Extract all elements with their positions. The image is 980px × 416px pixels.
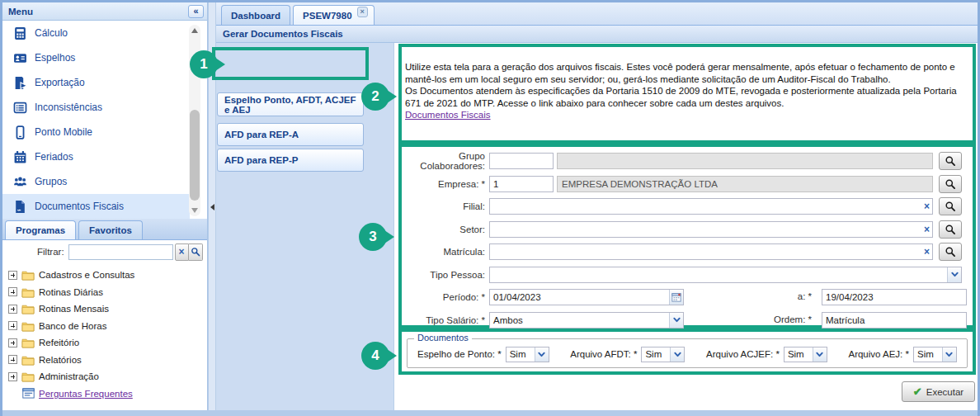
arquivo-acjef-select[interactable]: Sim: [784, 347, 827, 362]
tree-item-relatorios[interactable]: Relatórios: [2, 352, 207, 369]
tree-item-rotinas-mensais[interactable]: Rotinas Mensais: [2, 300, 207, 318]
chevron-down-icon[interactable]: [942, 347, 956, 362]
annotation-marker-3: 3: [359, 223, 387, 251]
filter-clear-button[interactable]: ×: [175, 243, 189, 261]
expand-plus-icon[interactable]: [8, 355, 17, 364]
grupo-label: Grupo Colaboradores:: [402, 151, 489, 171]
faq-link[interactable]: Perguntas Frequentes: [39, 389, 133, 399]
espelho-de-ponto-select[interactable]: Sim: [506, 347, 549, 362]
scroll-down-icon[interactable]: [191, 208, 198, 213]
chevron-down-icon[interactable]: [669, 313, 683, 328]
intro-paragraph-1: Utilize esta tela para a geração dos arq…: [405, 62, 955, 84]
mobile-icon: [13, 125, 27, 139]
sidebar: Menu « Cálculo Espelhos Exportação Incon…: [2, 2, 208, 410]
export-icon: [13, 76, 27, 90]
sidebar-item-grupos[interactable]: Grupos: [2, 169, 190, 194]
chevron-down-icon[interactable]: [670, 347, 684, 362]
setor-search-button[interactable]: [939, 220, 962, 239]
tipo-salario-value: Ambos: [490, 313, 669, 328]
grupo-search-button[interactable]: [939, 152, 962, 170]
tipo-salario-select[interactable]: Ambos: [489, 312, 684, 329]
sidebar-item-feriados[interactable]: Feriados: [2, 144, 190, 169]
sidebar-item-label: Inconsistências: [35, 102, 102, 113]
tree-item-administracao[interactable]: Administração: [2, 368, 207, 385]
sidebar-item-espelhos[interactable]: Espelhos: [2, 45, 190, 70]
expand-plus-icon[interactable]: [8, 321, 17, 330]
expand-plus-icon[interactable]: [8, 305, 17, 314]
nav-afd-rep-p[interactable]: AFD para REP-P: [217, 149, 364, 172]
expand-plus-icon[interactable]: [8, 271, 17, 280]
nav-afd-rep-a[interactable]: AFD para REP-A: [217, 123, 364, 146]
nav-label: AFD para REP-A: [224, 130, 299, 139]
faq-form-icon: [22, 388, 35, 399]
tipo-salario-label: Tipo Salário: *: [402, 315, 489, 325]
tab-favoritos[interactable]: Favoritos: [78, 220, 143, 239]
setor-input[interactable]: [490, 222, 932, 237]
collapse-left-icon[interactable]: [210, 204, 214, 210]
tab-psew7980[interactable]: PSEW7980 ×: [293, 5, 374, 25]
clear-icon[interactable]: ×: [924, 246, 930, 258]
sidebar-item-inconsistencias[interactable]: Inconsistências: [2, 95, 190, 120]
chevron-down-icon[interactable]: [535, 347, 549, 362]
sidebar-collapse-button[interactable]: «: [188, 5, 204, 18]
clear-icon[interactable]: ×: [924, 201, 930, 212]
tree-item-banco-de-horas[interactable]: Banco de Horas: [2, 318, 207, 335]
matricula-search-button[interactable]: [939, 243, 962, 261]
arquivo-acjef-label: Arquivo ACJEF: *: [706, 349, 780, 359]
periodo-inicio-value: 01/04/2023: [490, 290, 669, 305]
tree-item-perguntas-frequentes[interactable]: Perguntas Frequentes: [2, 385, 207, 403]
tree-item-rotinas-diarias[interactable]: Rotinas Diárias: [2, 284, 207, 301]
calendar-picker-icon[interactable]: [669, 290, 683, 305]
espelho-de-ponto-value: Sim: [506, 347, 535, 362]
filial-input[interactable]: [490, 199, 932, 214]
id-card-icon: [13, 51, 27, 65]
expand-plus-icon[interactable]: [8, 338, 17, 347]
arquivo-afdt-select[interactable]: Sim: [641, 347, 685, 362]
nav-espelho-afdt-acjef-aej[interactable]: Espelho Ponto, AFDT, ACJEF e AEJ: [217, 92, 364, 116]
folder-icon: [21, 354, 35, 366]
tipo-pessoa-select[interactable]: [489, 267, 962, 283]
scrollbar-thumb[interactable]: [190, 110, 200, 201]
annotation-box-3-form: Grupo Colaboradores: Empresa: * EMPRESA …: [398, 144, 976, 329]
close-tab-icon[interactable]: ×: [357, 7, 368, 17]
periodo-inicio-datefield[interactable]: 01/04/2023: [489, 289, 684, 305]
tab-programas[interactable]: Programas: [5, 220, 76, 239]
scroll-up-icon[interactable]: [191, 28, 198, 33]
empresa-code-input[interactable]: [489, 176, 554, 192]
form-row-tipo-salario: Tipo Salário: * Ambos Ordem: * Matrícula: [402, 312, 973, 329]
arquivo-acjef-group: Arquivo ACJEF: * Sim: [706, 347, 827, 362]
tree-item-label: Cadastros e Consultas: [39, 270, 134, 280]
calendar-icon: [13, 150, 27, 164]
arquivo-aej-select[interactable]: Sim: [913, 347, 957, 362]
nav-label: AFD para REP-P: [224, 155, 298, 165]
tree-item-refeitorio[interactable]: Refeitório: [2, 334, 207, 352]
documentos-fiscais-link[interactable]: Documentos Fiscais: [405, 110, 491, 120]
sidebar-item-calculo[interactable]: Cálculo: [2, 21, 190, 45]
form-row-setor: Setor: ×: [402, 221, 973, 238]
filial-search-button[interactable]: [939, 197, 962, 215]
filter-input[interactable]: [68, 244, 173, 260]
sidebar-item-exportacao[interactable]: Exportação: [2, 70, 190, 95]
group-icon: [13, 175, 27, 189]
grupo-code-input[interactable]: [489, 153, 554, 169]
espelho-de-ponto-group: Espelho de Ponto: * Sim: [417, 347, 549, 362]
tab-dashboard[interactable]: Dashboard: [221, 5, 290, 25]
filter-search-button[interactable]: [189, 243, 203, 261]
sidebar-item-ponto-mobile[interactable]: Ponto Mobile: [2, 120, 190, 144]
expand-plus-icon[interactable]: [8, 372, 17, 381]
matricula-label: Matrícula:: [402, 247, 489, 257]
tree-item-cadastros[interactable]: Cadastros e Consultas: [2, 267, 207, 284]
clear-icon[interactable]: ×: [924, 224, 930, 235]
periodo-fim-input[interactable]: [822, 289, 967, 305]
sidebar-item-label: Cálculo: [35, 27, 68, 39]
expand-plus-icon[interactable]: [8, 287, 17, 296]
folder-icon: [21, 371, 35, 382]
sidebar-item-documentos-fiscais[interactable]: Documentos Fiscais: [2, 194, 190, 219]
chevron-down-icon[interactable]: [947, 267, 961, 282]
matricula-input[interactable]: [490, 244, 932, 259]
form-row-empresa: Empresa: * EMPRESA DEMONSTRAÇÃO LTDA: [402, 176, 973, 192]
ordem-select[interactable]: Matrícula: [822, 312, 967, 329]
empresa-search-button[interactable]: [939, 175, 962, 193]
executar-button[interactable]: ✔ Executar: [902, 381, 975, 402]
chevron-down-icon[interactable]: [813, 347, 827, 362]
